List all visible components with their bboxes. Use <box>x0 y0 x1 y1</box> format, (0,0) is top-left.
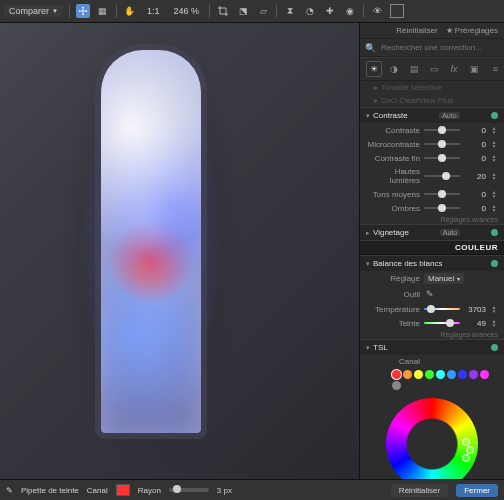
wb-tint-slider[interactable] <box>424 318 460 328</box>
panel-reset-link[interactable]: Réinitialiser <box>396 26 437 35</box>
repair-tool-icon[interactable]: ✚ <box>323 4 337 18</box>
stepper[interactable]: ▲▼ <box>490 204 498 212</box>
separator <box>363 4 364 18</box>
zoom-percent[interactable]: 246 % <box>169 6 203 16</box>
frame-tool-icon[interactable] <box>390 4 404 18</box>
section-clearview[interactable]: ▸DxO ClearView Plus <box>360 94 504 107</box>
footer-reset-button[interactable]: Réinitialiser <box>391 484 448 497</box>
contraste-advanced-link[interactable]: Réglages avancés <box>360 215 504 224</box>
section-tsl-header[interactable]: ▾TSL <box>360 339 504 355</box>
separator <box>69 4 70 18</box>
slider[interactable] <box>424 139 460 149</box>
wb-temp-slider[interactable] <box>424 304 460 314</box>
channel-dot[interactable] <box>458 370 467 379</box>
footer-rayon-slider[interactable] <box>169 488 209 492</box>
slider-value: 0 <box>464 140 486 149</box>
stepper[interactable]: ▲▼ <box>490 126 498 134</box>
section-enable-switch[interactable] <box>491 260 498 267</box>
footer-channel-swatch[interactable] <box>116 484 130 496</box>
search-input[interactable] <box>379 42 499 53</box>
stepper[interactable]: ▲▼ <box>490 190 498 198</box>
channel-dot[interactable] <box>425 370 434 379</box>
compare-dropdown[interactable]: Comparer ▼ <box>4 5 63 17</box>
horizon-tool-icon[interactable]: ⬔ <box>236 4 250 18</box>
view-tool-icon[interactable]: 👁 <box>370 4 384 18</box>
section-tonalite[interactable]: ▸Tonalité sélective <box>360 81 504 94</box>
wheel-handle[interactable] <box>462 438 470 446</box>
separator <box>209 4 210 18</box>
slider-value: 0 <box>464 154 486 163</box>
stepper[interactable]: ▲▼ <box>490 305 498 313</box>
channel-dot[interactable] <box>480 370 489 379</box>
slider-label: Ombres <box>366 204 420 213</box>
panel-menu-icon[interactable]: ≡ <box>493 64 498 74</box>
stepper[interactable]: ▲▼ <box>490 319 498 327</box>
move-tool-icon[interactable] <box>76 4 90 18</box>
footer-canal-label: Canal <box>87 486 108 495</box>
stepper[interactable]: ▲▼ <box>490 140 498 148</box>
section-contraste-header[interactable]: ▾ Contraste Auto <box>360 107 504 123</box>
crop-tool-icon[interactable] <box>216 4 230 18</box>
redeye-tool-icon[interactable]: ◉ <box>343 4 357 18</box>
slider[interactable] <box>424 153 460 163</box>
section-light-icon[interactable]: ☀ <box>366 61 382 77</box>
slider-value: 0 <box>464 204 486 213</box>
stepper[interactable]: ▲▼ <box>490 154 498 162</box>
perspective-tool-icon[interactable]: ▱ <box>256 4 270 18</box>
section-geometry-icon[interactable]: ▭ <box>426 61 442 77</box>
top-toolbar: Comparer ▼ ▦ ✋ 1:1 246 % ⬔ ▱ ⧗ ◔ ✚ ◉ 👁 <box>0 0 504 23</box>
slider-label: Hautes lumières <box>366 167 420 185</box>
wb-mode-dropdown[interactable]: Manuel ▾ <box>424 273 464 284</box>
section-vignetage-header[interactable]: ▸Vignetage Auto <box>360 224 504 240</box>
wheel-handle[interactable] <box>462 454 470 462</box>
slider[interactable] <box>424 125 460 135</box>
footer-rayon-label: Rayon <box>138 486 161 495</box>
channel-dot[interactable] <box>403 370 412 379</box>
tsl-canal-label: Canal <box>366 357 420 366</box>
right-panel: Réinitialiser ★ Préréglages 🔍 ☀ ◑ ▤ ▭ fx… <box>359 23 504 479</box>
hand-tool-icon[interactable]: ✋ <box>123 4 137 18</box>
channel-dot[interactable] <box>392 370 401 379</box>
channel-dot[interactable] <box>414 370 423 379</box>
channel-dot[interactable] <box>447 370 456 379</box>
section-enable-switch[interactable] <box>491 112 498 119</box>
slider[interactable] <box>424 203 460 213</box>
color-wheel[interactable]: ➚ <box>386 398 478 479</box>
slider[interactable] <box>424 171 460 181</box>
auto-toggle[interactable]: Auto <box>439 112 459 119</box>
grid-tool-icon[interactable]: ▦ <box>96 4 110 18</box>
channel-dot[interactable] <box>436 370 445 379</box>
channel-color-dots <box>360 368 504 392</box>
slider[interactable] <box>424 189 460 199</box>
wb-tint-label: Teinte <box>366 319 420 328</box>
channel-dot[interactable] <box>469 370 478 379</box>
section-enable-switch[interactable] <box>491 344 498 351</box>
presets-link[interactable]: ★ Préréglages <box>446 26 498 35</box>
eyedropper-icon[interactable]: ✎ <box>424 288 436 300</box>
section-color-icon[interactable]: ◑ <box>386 61 402 77</box>
wb-picker-icon[interactable]: ⧗ <box>283 4 297 18</box>
wb-mode-label: Réglage <box>366 274 420 283</box>
chevron-down-icon: ▼ <box>52 8 58 14</box>
section-fx-icon[interactable]: fx <box>446 61 462 77</box>
footer-close-button[interactable]: Fermer <box>456 484 498 497</box>
local-adjust-icon[interactable]: ◔ <box>303 4 317 18</box>
wb-advanced-link[interactable]: Réglages avancés <box>360 330 504 339</box>
separator <box>276 4 277 18</box>
channel-dot[interactable] <box>392 381 401 390</box>
section-detail-icon[interactable]: ▤ <box>406 61 422 77</box>
zoom-ratio[interactable]: 1:1 <box>143 6 164 16</box>
section-balance-header[interactable]: ▾Balance des blancs <box>360 255 504 271</box>
stepper[interactable]: ▲▼ <box>490 172 498 180</box>
footer-bar: ✎ Pipette de teinte Canal Rayon 3 px Réi… <box>0 479 504 500</box>
separator <box>116 4 117 18</box>
wb-temp-label: Température <box>366 305 420 314</box>
wheel-handle[interactable] <box>466 446 474 454</box>
slider-value: 0 <box>464 126 486 135</box>
section-enable-switch[interactable] <box>491 229 498 236</box>
section-watermark-icon[interactable]: ▣ <box>466 61 482 77</box>
auto-toggle[interactable]: Auto <box>440 229 460 236</box>
slider-value: 20 <box>464 172 486 181</box>
image-canvas[interactable] <box>0 23 359 479</box>
wb-tool-label: Outil <box>366 290 420 299</box>
